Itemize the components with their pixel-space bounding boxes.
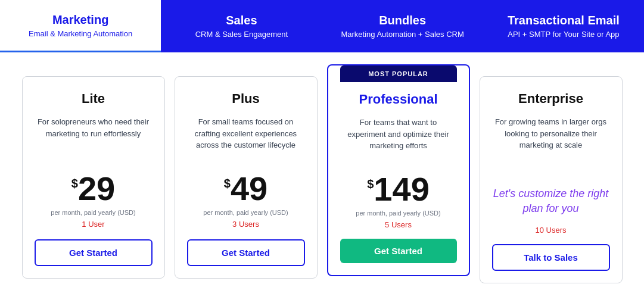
price-dollar-lite: $ [71, 177, 78, 190]
plan-users-professional: 5 Users [385, 220, 412, 229]
enterprise-custom-price: Let's customize the right plan for you [492, 186, 610, 216]
tab-sales-title: Sales [226, 14, 257, 27]
navigation-tabs: Marketing Email & Marketing Automation S… [0, 0, 644, 52]
talk-to-sales-button[interactable]: Talk to Sales [492, 244, 610, 271]
plan-description-professional: For teams that want to experiment and op… [340, 117, 457, 158]
price-amount-professional: 149 [374, 173, 429, 206]
tab-transactional[interactable]: Transactional Email API + SMTP for Your … [483, 0, 644, 52]
tab-marketing[interactable]: Marketing Email & Marketing Automation [0, 0, 161, 52]
price-period-professional: per month, paid yearly (USD) [356, 210, 440, 217]
plan-card-professional: MOST POPULAR Professional For teams that… [327, 64, 470, 276]
plans-section: Lite For solopreneurs who need their mar… [0, 52, 644, 295]
tab-marketing-subtitle: Email & Marketing Automation [29, 29, 132, 38]
get-started-professional-button[interactable]: Get Started [340, 239, 457, 263]
most-popular-badge: MOST POPULAR [340, 65, 457, 82]
tab-marketing-title: Marketing [52, 13, 108, 27]
price-amount-plus: 49 [231, 172, 267, 205]
plan-description-plus: For small teams focused on crafting exce… [187, 116, 305, 158]
price-dollar-plus: $ [224, 177, 231, 190]
price-period-lite: per month, paid yearly (USD) [51, 209, 135, 216]
tab-bundles-subtitle: Marketing Automation + Sales CRM [341, 30, 463, 39]
get-started-plus-button[interactable]: Get Started [187, 239, 305, 266]
tab-transactional-subtitle: API + SMTP for Your Site or App [508, 30, 619, 39]
plan-users-enterprise: 10 Users [535, 226, 566, 235]
plan-price-professional: $ 149 [367, 173, 430, 206]
plan-card-lite: Lite For solopreneurs who need their mar… [22, 76, 165, 279]
tab-bundles-title: Bundles [379, 14, 426, 27]
plan-price-plus: $ 49 [224, 172, 267, 205]
plan-name-lite: Lite [82, 91, 105, 107]
plan-description-lite: For solopreneurs who need their marketin… [35, 116, 153, 158]
price-dollar-professional: $ [367, 177, 374, 191]
plan-users-lite: 1 User [82, 220, 104, 229]
plan-name-plus: Plus [232, 91, 259, 107]
plan-description-enterprise: For growing teams in larger orgs looking… [492, 116, 610, 158]
plan-card-enterprise: Enterprise For growing teams in larger o… [480, 76, 623, 283]
plan-price-lite: $ 29 [71, 172, 115, 205]
tab-sales[interactable]: Sales CRM & Sales Engagement [161, 0, 322, 52]
get-started-lite-button[interactable]: Get Started [35, 239, 153, 266]
plan-card-plus: Plus For small teams focused on crafting… [175, 76, 318, 279]
price-period-plus: per month, paid yearly (USD) [203, 209, 288, 216]
plan-name-enterprise: Enterprise [518, 91, 583, 107]
tab-transactional-title: Transactional Email [508, 14, 620, 27]
plan-users-plus: 3 Users [232, 220, 259, 229]
plan-name-professional: Professional [359, 92, 437, 107]
tab-sales-subtitle: CRM & Sales Engagement [195, 30, 288, 39]
price-amount-lite: 29 [78, 172, 115, 205]
tab-bundles[interactable]: Bundles Marketing Automation + Sales CRM [322, 0, 483, 52]
